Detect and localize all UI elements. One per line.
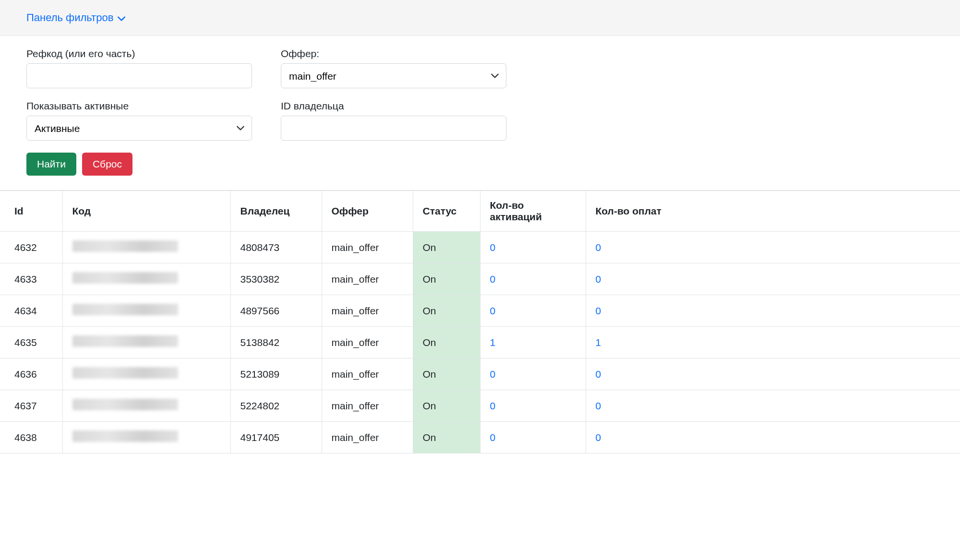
cell-offer: main_offer xyxy=(322,232,413,263)
cell-status: On xyxy=(413,390,480,422)
cell-activations: 0 xyxy=(480,358,586,390)
cell-status: On xyxy=(413,327,480,358)
cell-status: On xyxy=(413,232,480,263)
cell-id: 4638 xyxy=(0,422,62,453)
table-row: 46324808473main_offerOn00 xyxy=(0,232,960,263)
cell-code xyxy=(62,390,230,422)
payments-link[interactable]: 0 xyxy=(596,432,601,443)
active-select[interactable]: Активные xyxy=(26,116,252,141)
payments-link[interactable]: 0 xyxy=(596,305,601,316)
th-payments[interactable]: Кол-во оплат xyxy=(586,191,960,232)
cell-code xyxy=(62,232,230,263)
code-blurred xyxy=(72,272,178,284)
payments-link[interactable]: 0 xyxy=(596,242,601,253)
cell-activations: 0 xyxy=(480,422,586,453)
table-row: 46355138842main_offerOn11 xyxy=(0,327,960,358)
owner-id-label: ID владельца xyxy=(281,100,506,112)
payments-link[interactable]: 0 xyxy=(596,400,601,411)
cell-payments: 0 xyxy=(586,232,960,263)
cell-owner: 5138842 xyxy=(230,327,322,358)
cell-status: On xyxy=(413,422,480,453)
cell-owner: 5213089 xyxy=(230,358,322,390)
cell-status: On xyxy=(413,358,480,390)
cell-offer: main_offer xyxy=(322,422,413,453)
cell-offer: main_offer xyxy=(322,295,413,327)
table-row: 46384917405main_offerOn00 xyxy=(0,422,960,453)
code-blurred xyxy=(72,367,178,379)
activations-link[interactable]: 0 xyxy=(490,274,496,285)
filters-toggle[interactable]: Панель фильтров xyxy=(26,12,126,24)
activations-link[interactable]: 0 xyxy=(490,369,496,380)
chevron-down-icon xyxy=(117,13,126,22)
th-activations[interactable]: Кол-во активаций xyxy=(480,191,586,232)
cell-code xyxy=(62,358,230,390)
th-id[interactable]: Id xyxy=(0,191,62,232)
cell-owner: 4808473 xyxy=(230,232,322,263)
cell-activations: 0 xyxy=(480,263,586,295)
payments-link[interactable]: 0 xyxy=(596,369,601,380)
results-table-wrap: Id Код Владелец Оффер Статус Кол-во акти… xyxy=(0,190,960,453)
cell-payments: 0 xyxy=(586,390,960,422)
table-row: 46344897566main_offerOn00 xyxy=(0,295,960,327)
filter-row-1: Рефкод (или его часть) Оффер: main_offer xyxy=(26,48,934,88)
cell-offer: main_offer xyxy=(322,390,413,422)
cell-offer: main_offer xyxy=(322,263,413,295)
activations-link[interactable]: 0 xyxy=(490,400,496,411)
table-header-row: Id Код Владелец Оффер Статус Кол-во акти… xyxy=(0,191,960,232)
owner-id-input[interactable] xyxy=(281,116,506,141)
cell-activations: 0 xyxy=(480,390,586,422)
search-button[interactable]: Найти xyxy=(26,153,76,176)
th-code[interactable]: Код xyxy=(62,191,230,232)
cell-owner: 3530382 xyxy=(230,263,322,295)
activations-link[interactable]: 1 xyxy=(490,337,496,348)
filters-form: Рефкод (или его часть) Оффер: main_offer… xyxy=(0,36,960,190)
results-table: Id Код Владелец Оффер Статус Кол-во акти… xyxy=(0,191,960,453)
refcode-field-group: Рефкод (или его часть) xyxy=(26,48,252,88)
cell-status: On xyxy=(413,263,480,295)
cell-offer: main_offer xyxy=(322,327,413,358)
cell-code xyxy=(62,295,230,327)
active-label: Показывать активные xyxy=(26,100,252,112)
cell-id: 4636 xyxy=(0,358,62,390)
table-row: 46333530382main_offerOn00 xyxy=(0,263,960,295)
table-row: 46365213089main_offerOn00 xyxy=(0,358,960,390)
table-row: 46375224802main_offerOn00 xyxy=(0,390,960,422)
table-body: 46324808473main_offerOn0046333530382main… xyxy=(0,232,960,453)
refcode-input[interactable] xyxy=(26,63,252,88)
filters-toggle-label: Панель фильтров xyxy=(26,12,113,24)
filter-buttons-row: Найти Сброс xyxy=(26,153,934,176)
cell-payments: 1 xyxy=(586,327,960,358)
cell-activations: 0 xyxy=(480,232,586,263)
th-status[interactable]: Статус xyxy=(413,191,480,232)
cell-activations: 1 xyxy=(480,327,586,358)
cell-owner: 4897566 xyxy=(230,295,322,327)
cell-payments: 0 xyxy=(586,263,960,295)
cell-id: 4632 xyxy=(0,232,62,263)
filters-panel-header: Панель фильтров xyxy=(0,0,960,36)
cell-code xyxy=(62,263,230,295)
payments-link[interactable]: 1 xyxy=(596,337,601,348)
code-blurred xyxy=(72,335,178,347)
refcode-label: Рефкод (или его часть) xyxy=(26,48,252,60)
cell-offer: main_offer xyxy=(322,358,413,390)
active-field-group: Показывать активные Активные xyxy=(26,100,252,141)
activations-link[interactable]: 0 xyxy=(490,242,496,253)
cell-owner: 4917405 xyxy=(230,422,322,453)
th-offer[interactable]: Оффер xyxy=(322,191,413,232)
cell-owner: 5224802 xyxy=(230,390,322,422)
cell-id: 4637 xyxy=(0,390,62,422)
cell-id: 4634 xyxy=(0,295,62,327)
offer-field-group: Оффер: main_offer xyxy=(281,48,506,88)
reset-button[interactable]: Сброс xyxy=(82,153,132,176)
th-owner[interactable]: Владелец xyxy=(230,191,322,232)
owner-id-field-group: ID владельца xyxy=(281,100,506,141)
cell-code xyxy=(62,327,230,358)
cell-payments: 0 xyxy=(586,358,960,390)
activations-link[interactable]: 0 xyxy=(490,305,496,316)
activations-link[interactable]: 0 xyxy=(490,432,496,443)
offer-select[interactable]: main_offer xyxy=(281,63,506,88)
cell-status: On xyxy=(413,295,480,327)
payments-link[interactable]: 0 xyxy=(596,274,601,285)
code-blurred xyxy=(72,399,178,410)
code-blurred xyxy=(72,304,178,315)
